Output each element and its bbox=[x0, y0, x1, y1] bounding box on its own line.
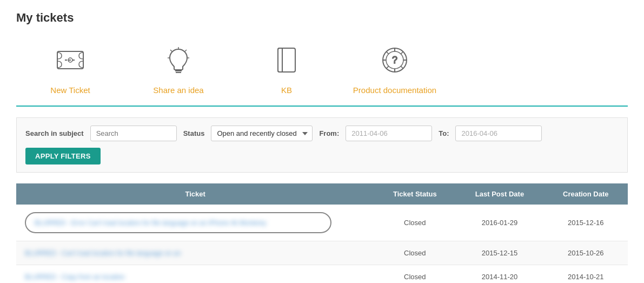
ticket-link-1[interactable]: BLURRED - Error Can't load location for … bbox=[35, 219, 267, 227]
ticket-cell-3: BLURRED - Copy from an location bbox=[16, 265, 374, 284]
share-idea-action[interactable]: Share an idea bbox=[124, 36, 233, 100]
svg-text:?: ? bbox=[392, 55, 397, 65]
table-header: Ticket Ticket Status Last Post Date Crea… bbox=[16, 183, 628, 205]
from-label: From: bbox=[319, 129, 339, 137]
apply-filters-button[interactable]: APPLY FILTERS bbox=[25, 148, 101, 164]
svg-line-22 bbox=[401, 52, 403, 54]
search-label: Search in subject bbox=[25, 129, 84, 137]
status-select[interactable]: Open and recently closed Open Closed All bbox=[211, 126, 313, 141]
book-icon bbox=[268, 41, 306, 79]
ticket-cell-2: BLURRED - Can't load location for file l… bbox=[16, 241, 374, 265]
last-post-cell-3: 2014-11-20 bbox=[455, 265, 543, 284]
share-idea-label: Share an idea bbox=[153, 85, 203, 95]
ticket-link-3[interactable]: BLURRED - Copy from an location bbox=[25, 273, 125, 281]
col-ticket: Ticket bbox=[16, 183, 374, 205]
product-docs-label: Product documentation bbox=[353, 85, 436, 95]
col-status: Ticket Status bbox=[374, 183, 455, 205]
svg-line-21 bbox=[401, 66, 403, 68]
svg-line-9 bbox=[185, 50, 187, 51]
page-title: My tickets bbox=[16, 11, 628, 25]
from-date-input[interactable] bbox=[346, 126, 432, 141]
creation-cell-1: 2015-12-16 bbox=[544, 205, 628, 241]
ticket-icon bbox=[51, 41, 89, 79]
quick-actions-row: New Ticket Share an idea bbox=[16, 36, 628, 106]
status-cell-1: Closed bbox=[374, 205, 455, 241]
svg-line-23 bbox=[387, 66, 389, 68]
last-post-cell-1: 2016-01-29 bbox=[455, 205, 543, 241]
status-cell-3: Closed bbox=[374, 265, 455, 284]
status-filter-label: Status bbox=[183, 129, 205, 137]
product-docs-action[interactable]: ? Product documentation bbox=[341, 36, 449, 100]
new-ticket-label: New Ticket bbox=[50, 85, 90, 95]
ticket-link-2[interactable]: BLURRED - Can't load location for file l… bbox=[25, 249, 181, 257]
table-row: BLURRED - Copy from an location Closed 2… bbox=[16, 265, 628, 284]
section-divider bbox=[16, 106, 628, 107]
svg-rect-12 bbox=[278, 48, 282, 72]
search-input[interactable] bbox=[90, 126, 177, 141]
kb-label: KB bbox=[281, 85, 292, 95]
lightbulb-icon bbox=[160, 41, 197, 79]
help-icon: ? bbox=[376, 41, 414, 79]
new-ticket-action[interactable]: New Ticket bbox=[16, 36, 124, 100]
col-creation: Creation Date bbox=[544, 183, 628, 205]
svg-line-20 bbox=[387, 52, 389, 54]
creation-cell-3: 2014-10-21 bbox=[544, 265, 628, 284]
to-date-input[interactable] bbox=[455, 126, 542, 141]
page-container: My tickets New Ticket bbox=[0, 0, 644, 283]
creation-cell-2: 2015-10-26 bbox=[544, 241, 628, 265]
col-last-post: Last Post Date bbox=[455, 183, 543, 205]
last-post-cell-2: 2015-12-15 bbox=[455, 241, 543, 265]
table-row: BLURRED - Error Can't load location for … bbox=[16, 205, 628, 241]
svg-line-8 bbox=[170, 50, 172, 51]
kb-action[interactable]: KB bbox=[233, 36, 341, 100]
table-body: BLURRED - Error Can't load location for … bbox=[16, 205, 628, 283]
tickets-table: Ticket Ticket Status Last Post Date Crea… bbox=[16, 183, 628, 283]
to-label: To: bbox=[439, 129, 449, 137]
table-row: BLURRED - Can't load location for file l… bbox=[16, 241, 628, 265]
ticket-cell-1: BLURRED - Error Can't load location for … bbox=[16, 205, 374, 241]
status-cell-2: Closed bbox=[374, 241, 455, 265]
filter-bar: Search in subject Status Open and recent… bbox=[16, 117, 628, 173]
svg-rect-10 bbox=[278, 48, 295, 72]
